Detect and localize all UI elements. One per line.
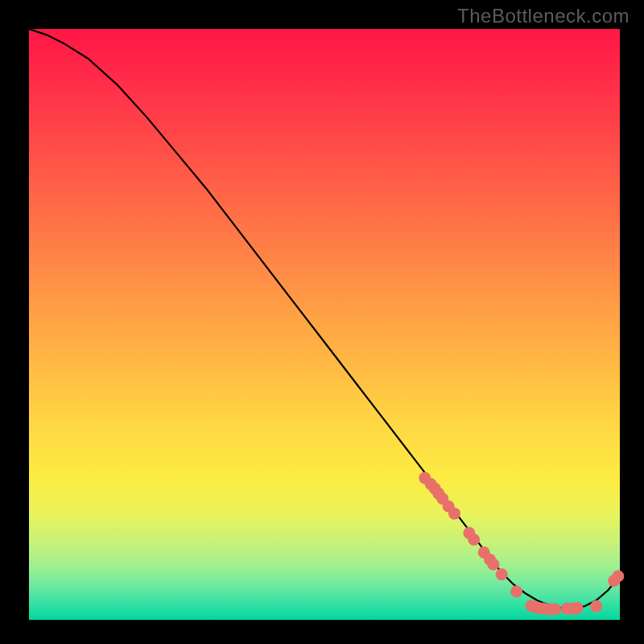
data-marker: [496, 568, 508, 580]
data-marker: [612, 570, 624, 582]
chart-frame: TheBottleneck.com: [0, 0, 644, 644]
watermark-text: TheBottleneck.com: [457, 5, 630, 27]
data-marker: [549, 603, 561, 615]
data-marker: [590, 601, 602, 613]
data-marker: [468, 534, 480, 546]
data-marker: [572, 602, 584, 614]
data-marker: [487, 559, 499, 571]
bottleneck-chart: [0, 0, 644, 644]
plot-background: [29, 29, 620, 620]
data-marker: [510, 585, 522, 597]
data-marker: [448, 507, 460, 519]
